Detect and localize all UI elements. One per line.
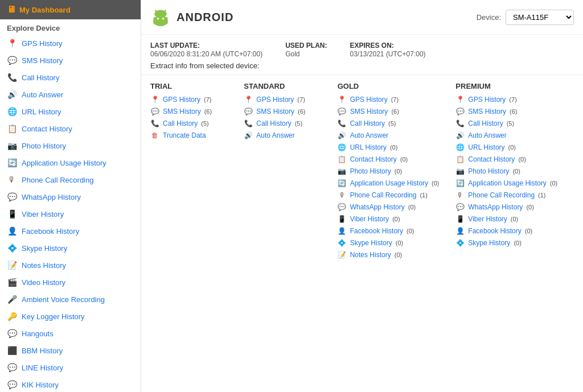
- sms-icon: 💬: [150, 107, 159, 116]
- truncate-data-link[interactable]: Truncate Data: [163, 131, 206, 139]
- sidebar-item-url[interactable]: 🌐 URL History: [0, 103, 141, 120]
- android-label: ANDROID: [176, 11, 233, 24]
- viber-link[interactable]: Viber History: [350, 215, 389, 223]
- url-history-link[interactable]: URL History: [468, 143, 504, 151]
- plan-item: 📝 Notes History (0): [338, 250, 445, 259]
- app-usage-link[interactable]: Application Usage History: [468, 179, 546, 187]
- auto-answer-link[interactable]: Auto Answer: [468, 131, 506, 139]
- sidebar-item-facebook[interactable]: 👤 Facebook History: [0, 222, 141, 240]
- gps-history-link[interactable]: GPS History: [468, 96, 506, 104]
- contact-history-link[interactable]: Contact History: [350, 155, 397, 163]
- truncate-icon: 🗑: [150, 131, 159, 140]
- call-history-link[interactable]: Call History: [256, 119, 291, 127]
- count: (0): [511, 216, 518, 222]
- sidebar-item-hangouts[interactable]: 💬 Hangouts: [0, 325, 141, 342]
- url-icon: 🌐: [455, 143, 465, 152]
- gps-icon: 📍: [244, 95, 253, 104]
- sidebar-item-call[interactable]: 📞 Call History: [0, 69, 141, 86]
- sidebar-item-label: WhatsApp History: [22, 193, 81, 201]
- used-plan-value: Gold: [285, 50, 299, 58]
- app-icon: 🔄: [338, 179, 347, 188]
- plan-item: 💠 Skype History (0): [338, 238, 445, 247]
- facebook-link[interactable]: Facebook History: [468, 227, 521, 235]
- gps-history-link[interactable]: GPS History: [256, 96, 294, 104]
- sidebar-item-notes[interactable]: 📝 Notes History: [0, 257, 141, 274]
- sms-history-link[interactable]: SMS History: [256, 108, 294, 115]
- skype-link[interactable]: Skype History: [350, 239, 392, 247]
- auto-answer-link[interactable]: Auto Answer: [350, 131, 388, 139]
- sidebar-item-contact[interactable]: 📋 Contact History: [0, 120, 141, 137]
- app-usage-link[interactable]: Application Usage History: [350, 179, 428, 187]
- viber-link[interactable]: Viber History: [468, 215, 507, 223]
- sidebar-item-photo[interactable]: 📷 Photo History: [0, 137, 141, 154]
- count: (0): [432, 180, 439, 187]
- sidebar-item-keylogger[interactable]: 🔑 Key Logger History: [0, 308, 141, 325]
- expires-label: EXPIRES ON:: [350, 42, 425, 49]
- call-history-link[interactable]: Call History: [468, 119, 503, 127]
- sidebar-item-label: URL History: [22, 108, 61, 116]
- plan-item: 🎙 Phone Call Recording (1): [455, 191, 563, 200]
- skype-icon: 💠: [455, 238, 465, 247]
- count: (5): [201, 120, 208, 127]
- sidebar-item-autoanswer[interactable]: 🔊 Auto Answer: [0, 86, 141, 103]
- sidebar-item-bbm[interactable]: ⬛ BBM History: [0, 342, 141, 359]
- auto-answer-link[interactable]: Auto Answer: [256, 131, 294, 139]
- sidebar-item-kik[interactable]: 💬 KIK History: [0, 376, 141, 392]
- count: (0): [408, 204, 416, 211]
- explore-label: Explore Device: [0, 19, 141, 35]
- sms-history-link[interactable]: SMS History: [163, 108, 201, 115]
- facebook-icon: 👤: [455, 226, 465, 236]
- notes-link[interactable]: Notes History: [350, 251, 391, 259]
- sidebar-item-phonerec[interactable]: 🎙 Phone Call Recording: [0, 171, 141, 188]
- sms-history-link[interactable]: SMS History: [468, 108, 506, 115]
- sidebar-item-skype[interactable]: 💠 Skype History: [0, 240, 141, 257]
- sidebar-item-sms[interactable]: 💬 SMS History: [0, 52, 141, 69]
- whatsapp-link[interactable]: WhatsApp History: [468, 203, 523, 211]
- sidebar-item-line[interactable]: 💬 LINE History: [0, 359, 141, 376]
- sidebar-item-whatsapp[interactable]: 💬 WhatsApp History: [0, 188, 141, 205]
- count: (7): [297, 96, 305, 103]
- sidebar-item-ambient[interactable]: 🎤 Ambient Voice Recording: [0, 291, 141, 308]
- viber-icon: 📱: [455, 214, 465, 224]
- call-history-link[interactable]: Call History: [163, 119, 198, 127]
- sidebar-item-video[interactable]: 🎬 Video History: [0, 274, 141, 291]
- phonerec-link[interactable]: Phone Call Recording: [468, 191, 535, 199]
- sidebar-item-label: Key Logger History: [22, 312, 85, 321]
- sidebar-item-label: Application Usage History: [22, 159, 106, 167]
- sms-icon: 💬: [338, 107, 347, 116]
- call-history-link[interactable]: Call History: [350, 119, 385, 127]
- plan-item: 💬 WhatsApp History (0): [338, 203, 445, 212]
- photo-history-link[interactable]: Photo History: [350, 167, 391, 175]
- photo-history-link[interactable]: Photo History: [468, 167, 509, 175]
- count: (0): [550, 180, 557, 187]
- plan-item: 📍 GPS History (7): [455, 95, 563, 104]
- contact-history-link[interactable]: Contact History: [468, 155, 515, 163]
- gps-history-link[interactable]: GPS History: [163, 96, 200, 104]
- app-icon: 🔄: [455, 179, 465, 188]
- whatsapp-link[interactable]: WhatsApp History: [350, 203, 405, 211]
- sidebar-item-viber[interactable]: 📱 Viber History: [0, 205, 141, 222]
- sms-history-link[interactable]: SMS History: [350, 108, 388, 115]
- count: (7): [204, 96, 211, 103]
- photo-icon: 📷: [338, 167, 347, 176]
- contact-icon: 📋: [338, 155, 347, 164]
- sidebar-item-label: GPS History: [22, 39, 63, 48]
- plan-item: 💬 SMS History (6): [150, 107, 232, 116]
- dashboard-link[interactable]: 🖥 My Dashboard: [0, 0, 141, 19]
- sidebar-item-label: Call History: [22, 73, 59, 82]
- facebook-link[interactable]: Facebook History: [350, 227, 403, 235]
- sidebar-item-label: Video History: [22, 278, 65, 287]
- count: (0): [508, 144, 516, 151]
- url-history-link[interactable]: URL History: [350, 143, 387, 151]
- sidebar-item-gps[interactable]: 📍 GPS History: [0, 35, 141, 52]
- plan-item: 📞 Call History (5): [150, 119, 232, 128]
- sidebar-item-appusage[interactable]: 🔄 Application Usage History: [0, 154, 141, 171]
- device-selector: Device: SM-A115F: [477, 10, 574, 25]
- sidebar-item-label: LINE History: [22, 364, 63, 372]
- premium-plan: PREMIUM 📍 GPS History (7) 💬 SMS History …: [455, 82, 574, 385]
- phonerec-link[interactable]: Phone Call Recording: [350, 191, 417, 199]
- skype-link[interactable]: Skype History: [468, 239, 510, 247]
- auto-icon: 🔊: [455, 131, 465, 140]
- gps-history-link[interactable]: GPS History: [350, 96, 388, 104]
- device-select[interactable]: SM-A115F: [506, 10, 574, 25]
